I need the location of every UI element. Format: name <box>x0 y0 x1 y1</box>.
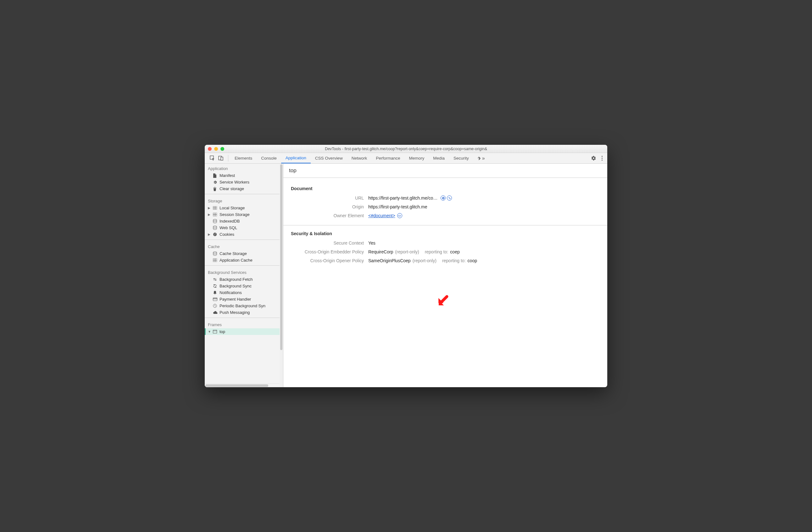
chevron-right-icon: ▶ <box>208 233 211 236</box>
svg-point-14 <box>213 220 217 221</box>
row-url: URL https://first-party-test.glitch.me/c… <box>291 195 600 200</box>
sidebar-horizontal-scrollbar-thumb[interactable] <box>205 384 268 387</box>
sidebar-horizontal-scrollbar[interactable] <box>205 383 279 387</box>
tab-security[interactable]: Security <box>449 153 473 163</box>
tab-application[interactable]: Application <box>281 153 311 163</box>
file-icon <box>213 173 218 178</box>
tabbar-left-icons <box>207 153 226 163</box>
sidebar-section-storage: Storage <box>205 196 283 205</box>
sidebar-item-cache-storage[interactable]: Cache Storage <box>205 250 283 257</box>
sidebar-item-local-storage[interactable]: ▶ Local Storage <box>205 205 283 211</box>
sidebar-item-label: Web SQL <box>219 225 237 230</box>
minimize-window-button[interactable] <box>214 147 218 151</box>
svg-point-17 <box>214 234 215 234</box>
sidebar-item-frame-top[interactable]: ▼ top <box>205 328 283 335</box>
sidebar-item-payment-handler[interactable]: Payment Handler <box>205 296 283 303</box>
sidebar-item-manifest[interactable]: Manifest <box>205 172 283 179</box>
sidebar-section-application: Application <box>205 164 283 172</box>
sidebar-item-label: Application Cache <box>219 258 252 263</box>
db-icon <box>213 226 218 230</box>
close-window-button[interactable] <box>208 147 212 151</box>
sync-icon <box>213 284 218 288</box>
sidebar-item-background-sync[interactable]: Background Sync <box>205 283 283 289</box>
chevron-right-icon: ▶ <box>208 213 211 216</box>
tab-elements[interactable]: Elements <box>230 153 257 163</box>
tab-network[interactable]: Network <box>347 153 372 163</box>
row-suffix-reporting-value: coop <box>468 258 477 263</box>
tabbar-divider <box>228 155 228 162</box>
row-label: Owner Element <box>291 213 364 218</box>
gear-icon <box>213 180 218 184</box>
section-heading-document: Document <box>291 186 600 191</box>
svg-point-5 <box>601 159 603 160</box>
sidebar-item-websql[interactable]: Web SQL <box>205 224 283 231</box>
sidebar-item-label: Manifest <box>219 173 235 178</box>
tab-console[interactable]: Console <box>257 153 281 163</box>
row-label: Cross-Origin Embedder Policy <box>291 249 364 254</box>
sidebar-item-label: Background Sync <box>219 284 251 288</box>
sidebar-section-frames: Frames <box>205 320 283 328</box>
tabbar-right-icons <box>591 153 605 163</box>
tab-overflow[interactable]: » <box>473 153 489 163</box>
sidebar-item-label: Cache Storage <box>219 251 247 256</box>
kebab-menu-icon[interactable] <box>601 155 603 161</box>
reload-icon[interactable] <box>447 195 452 200</box>
sidebar-item-cookies[interactable]: ▶ Cookies <box>205 231 283 238</box>
sidebar-scrollbar-thumb[interactable] <box>280 164 282 350</box>
inspect-element-icon[interactable] <box>210 155 215 161</box>
svg-point-19 <box>215 235 215 235</box>
sidebar-item-label: Payment Handler <box>219 297 251 302</box>
sidebar-item-label: Local Storage <box>219 206 245 210</box>
trash-icon <box>213 187 218 191</box>
sidebar-item-background-fetch[interactable]: Background Fetch <box>205 276 283 283</box>
tab-media[interactable]: Media <box>429 153 449 163</box>
sidebar-item-notifications[interactable]: Notifications <box>205 289 283 296</box>
svg-point-4 <box>601 158 603 159</box>
sidebar-item-session-storage[interactable]: ▶ Session Storage <box>205 211 283 218</box>
svg-rect-26 <box>213 298 217 301</box>
row-owner-element: Owner Element <#document> <box>291 213 600 218</box>
settings-icon[interactable] <box>591 155 596 161</box>
table-icon <box>213 213 218 216</box>
content: Application Manifest Service Workers Cle… <box>205 164 607 387</box>
clock-icon <box>213 304 218 308</box>
sidebar-scrollbar[interactable] <box>279 164 283 387</box>
zoom-window-button[interactable] <box>220 147 224 151</box>
row-suffix-report-only: (report-only) <box>412 258 436 263</box>
tab-memory[interactable]: Memory <box>404 153 429 163</box>
row-label: Secure Context <box>291 240 364 246</box>
sidebar-item-label: Clear storage <box>219 186 244 191</box>
sidebar-section-background-services: Background Services <box>205 268 283 276</box>
sidebar-item-clear-storage[interactable]: Clear storage <box>205 185 283 192</box>
sidebar-item-application-cache[interactable]: Application Cache <box>205 257 283 264</box>
sidebar-item-label: top <box>219 329 225 334</box>
updown-icon <box>213 277 218 281</box>
cookie-icon <box>213 232 218 236</box>
sidebar-item-label: Cookies <box>219 232 234 237</box>
code-icon[interactable] <box>397 213 402 218</box>
copy-icon[interactable] <box>440 195 446 200</box>
svg-point-20 <box>214 235 215 236</box>
tab-css-overview[interactable]: CSS Overview <box>311 153 347 163</box>
device-toolbar-icon[interactable] <box>218 155 223 161</box>
svg-point-18 <box>215 233 216 234</box>
row-label: URL <box>291 195 364 200</box>
owner-element-link[interactable]: <#document> <box>368 213 395 218</box>
svg-point-21 <box>213 252 217 253</box>
cloud-icon <box>213 311 218 314</box>
sidebar-item-service-workers[interactable]: Service Workers <box>205 179 283 185</box>
window-controls <box>208 147 224 151</box>
svg-point-16 <box>213 233 217 236</box>
sidebar-item-periodic-background-sync[interactable]: Periodic Background Syn <box>205 303 283 309</box>
sidebar-item-indexeddb[interactable]: IndexedDB <box>205 218 283 224</box>
sidebar-item-push-messaging[interactable]: Push Messaging <box>205 309 283 316</box>
sidebar-item-label: IndexedDB <box>219 219 240 224</box>
table-icon <box>213 258 218 262</box>
row-label: Origin <box>291 204 364 209</box>
chevron-right-icon: ▶ <box>208 206 211 210</box>
sidebar-item-label: Service Workers <box>219 180 249 184</box>
row-suffix-report-only: (report-only) <box>395 249 419 254</box>
row-suffix-reporting-value: coep <box>450 249 460 254</box>
row-origin: Origin https://first-party-test.glitch.m… <box>291 204 600 209</box>
tab-performance[interactable]: Performance <box>372 153 404 163</box>
